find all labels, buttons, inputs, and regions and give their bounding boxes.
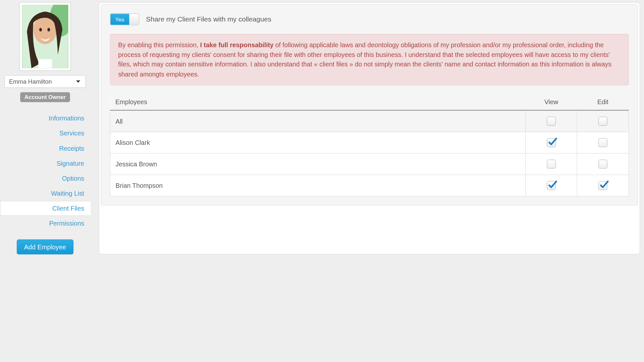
employee-name: Brian Thompson [110, 175, 526, 196]
sidebar: Emma Hamilton Account Owner Informations… [0, 0, 90, 255]
col-view: View [526, 94, 577, 110]
edit-checkbox[interactable] [598, 138, 607, 147]
view-cell [526, 110, 577, 132]
edit-checkbox[interactable] [598, 160, 607, 169]
alert-pre: By enabling this permission, [118, 41, 200, 49]
table-row: Alison Clark [110, 132, 629, 153]
responsibility-alert: By enabling this permission, I take full… [110, 34, 629, 85]
edit-checkbox[interactable] [598, 117, 607, 126]
view-checkbox[interactable] [547, 138, 556, 147]
employees-table: Employees View Edit AllAlison ClarkJessi… [110, 94, 629, 197]
svg-point-3 [39, 28, 42, 32]
sidebar-item-informations[interactable]: Informations [0, 111, 90, 126]
sidebar-item-permissions[interactable]: Permissions [0, 216, 90, 231]
table-row: All [110, 110, 629, 132]
table-row: Jessica Brown [110, 153, 629, 175]
edit-checkbox[interactable] [598, 181, 607, 190]
svg-rect-5 [38, 59, 52, 68]
view-cell [526, 175, 577, 196]
sidebar-item-waiting-list[interactable]: Waiting List [0, 186, 90, 201]
share-toggle-label: Share my Client Files with my colleagues [146, 15, 271, 23]
view-checkbox[interactable] [547, 160, 556, 169]
owner-badge: Account Owner [20, 92, 70, 102]
main-panel: Yes Share my Client Files with my collea… [99, 2, 640, 255]
sidebar-item-services[interactable]: Services [0, 126, 90, 141]
add-employee-button[interactable]: Add Employee [17, 239, 73, 254]
chevron-down-icon [76, 80, 80, 83]
employee-name: Alison Clark [110, 132, 526, 153]
col-edit: Edit [577, 94, 629, 110]
share-toggle-value: Yes [110, 14, 129, 25]
employee-name: Jessica Brown [110, 153, 526, 175]
share-toggle[interactable]: Yes [110, 13, 139, 25]
sidebar-item-signature[interactable]: Signature [0, 156, 90, 171]
edit-cell [577, 110, 629, 132]
toggle-knob [129, 14, 139, 25]
user-select[interactable]: Emma Hamilton [4, 75, 86, 88]
edit-cell [577, 153, 629, 175]
view-checkbox[interactable] [547, 181, 556, 190]
employee-name: All [110, 110, 526, 132]
sidebar-item-client-files[interactable]: Client Files [0, 201, 91, 216]
alert-bold: I take full responsability [200, 41, 273, 49]
sidebar-item-options[interactable]: Options [0, 171, 90, 186]
view-cell [526, 153, 577, 175]
share-toggle-row: Yes Share my Client Files with my collea… [110, 13, 629, 25]
user-select-value: Emma Hamilton [9, 78, 52, 85]
view-checkbox[interactable] [547, 117, 556, 126]
table-row: Brian Thompson [110, 175, 629, 196]
svg-point-4 [47, 28, 50, 32]
edit-cell [577, 175, 629, 196]
edit-cell [577, 132, 629, 153]
view-cell [526, 132, 577, 153]
col-employees: Employees [110, 94, 526, 110]
sidebar-nav: InformationsServicesReceiptsSignatureOpt… [0, 111, 90, 231]
avatar[interactable] [19, 2, 71, 71]
sidebar-item-receipts[interactable]: Receipts [0, 141, 90, 156]
